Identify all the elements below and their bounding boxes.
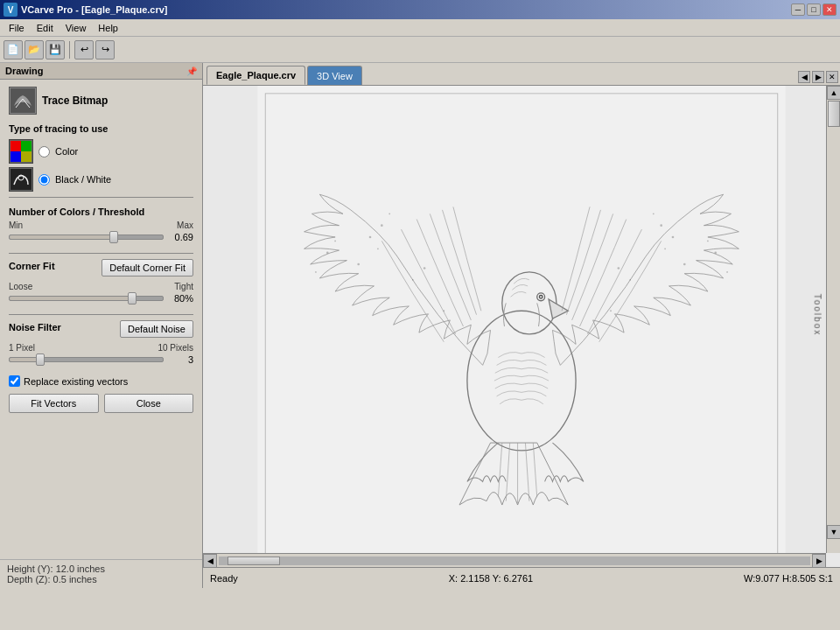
status-bar: Ready X: 2.1158 Y: 6.2761 W:9.077 H:8.50… xyxy=(203,567,840,588)
toolbar-redo[interactable]: ↪ xyxy=(95,40,115,60)
canvas-area[interactable]: ▲ ▼ ◀ ▶ xyxy=(203,86,840,567)
vertical-scrollbar[interactable]: ▲ ▼ xyxy=(826,86,840,553)
app-icon: V xyxy=(4,3,18,17)
toolbar: 📄 📂 💾 ↩ ↪ xyxy=(0,37,840,63)
svg-point-34 xyxy=(726,271,728,273)
scroll-down-button[interactable]: ▼ xyxy=(827,525,840,539)
menu-help[interactable]: Help xyxy=(93,21,123,35)
menu-file[interactable]: File xyxy=(4,21,30,35)
replace-vectors-row: Replace existing vectors xyxy=(9,375,193,387)
svg-point-23 xyxy=(629,279,631,281)
default-noise-button[interactable]: Default Noise xyxy=(120,320,193,338)
corner-fit-slider-row: 80% xyxy=(9,293,193,304)
vertical-scroll-thumb[interactable] xyxy=(828,101,840,127)
threshold-label: Number of Colors / Threshold xyxy=(9,206,193,217)
svg-point-26 xyxy=(610,310,612,312)
threshold-min-label: Min xyxy=(9,220,23,230)
panel-title: Drawing xyxy=(5,66,43,76)
bw-icon xyxy=(9,167,33,192)
svg-point-22 xyxy=(424,267,426,270)
min-pixel-label: 1 Pixel xyxy=(9,343,35,353)
tab-3d-view[interactable]: 3D View xyxy=(307,66,362,85)
horizontal-scroll-thumb[interactable] xyxy=(228,556,280,565)
scroll-up-button[interactable]: ▲ xyxy=(827,86,840,100)
max-pixel-label: 10 Pixels xyxy=(158,343,193,353)
svg-rect-5 xyxy=(10,169,32,190)
type-label: Type of tracing to use xyxy=(9,123,193,134)
trace-section-title: Trace Bitmap xyxy=(42,94,108,107)
svg-point-29 xyxy=(334,241,336,242)
window-title: VCarve Pro - [Eagle_Plaque.crv] xyxy=(21,4,168,15)
title-bar-buttons: ─ □ ✕ xyxy=(791,4,836,16)
close-window-button[interactable]: ✕ xyxy=(822,4,836,16)
horizontal-scrollbar[interactable]: ◀ ▶ xyxy=(203,553,826,567)
svg-point-25 xyxy=(443,310,444,312)
right-area: Eagle_Plaque.crv 3D View ◀ ▶ ✕ xyxy=(203,63,840,588)
dimensions: W:9.077 H:8.505 S:1 xyxy=(744,573,833,584)
tab-next-button[interactable]: ▶ xyxy=(812,71,824,83)
svg-rect-4 xyxy=(21,151,32,162)
menu-edit[interactable]: Edit xyxy=(32,21,59,35)
color-icon xyxy=(9,139,33,164)
menu-view[interactable]: View xyxy=(60,21,92,35)
main-layout: Drawing 📌 Trace Bitmap Type of tracing t… xyxy=(0,63,840,588)
corner-fit-label: Corner Fit xyxy=(9,261,55,271)
noise-filter-track xyxy=(9,357,164,362)
scroll-left-button[interactable]: ◀ xyxy=(203,554,217,568)
svg-rect-1 xyxy=(10,141,21,151)
tab-bar: Eagle_Plaque.crv 3D View ◀ ▶ ✕ xyxy=(203,63,840,86)
svg-point-32 xyxy=(714,251,717,254)
minimize-button[interactable]: ─ xyxy=(791,4,805,16)
replace-vectors-checkbox[interactable] xyxy=(9,375,20,387)
toolbox-label: Toolbox xyxy=(812,294,822,336)
replace-vectors-label[interactable]: Replace existing vectors xyxy=(24,376,128,387)
threshold-slider-row: 0.69 xyxy=(9,232,193,242)
threshold-section: Number of Colors / Threshold Min Max 0.6… xyxy=(9,206,193,242)
loose-label: Loose xyxy=(9,282,32,291)
default-corner-fit-button[interactable]: Default Corner Fit xyxy=(102,259,193,276)
fit-vectors-button[interactable]: Fit Vectors xyxy=(9,394,99,413)
bottom-info: Height (Y): 12.0 inches Depth (Z): 0.5 i… xyxy=(0,559,202,588)
panel-content: Trace Bitmap Type of tracing to use Colo… xyxy=(0,80,202,559)
svg-rect-2 xyxy=(21,141,32,151)
tab-close-button[interactable]: ✕ xyxy=(826,71,838,83)
tab-prev-button[interactable]: ◀ xyxy=(798,71,810,83)
left-panel: Drawing 📌 Trace Bitmap Type of tracing t… xyxy=(0,63,203,588)
toolbar-new[interactable]: 📄 xyxy=(4,40,23,60)
svg-point-24 xyxy=(618,267,620,270)
trace-icon xyxy=(9,87,37,115)
svg-point-13 xyxy=(381,224,383,227)
title-bar: V VCarve Pro - [Eagle_Plaque.crv] ─ □ ✕ xyxy=(0,0,840,19)
coordinates: X: 2.1158 Y: 6.2761 xyxy=(449,573,533,584)
svg-point-27 xyxy=(357,263,360,266)
panel-pin[interactable]: 📌 xyxy=(186,66,197,76)
toolbar-open[interactable]: 📂 xyxy=(24,40,44,60)
toolbar-save[interactable]: 💾 xyxy=(46,40,65,60)
color-option-row: Color xyxy=(9,139,193,164)
svg-point-18 xyxy=(653,213,654,214)
tab-file[interactable]: Eagle_Plaque.crv xyxy=(206,66,305,85)
corner-fit-section: Corner Fit Default Corner Fit Loose Tigh… xyxy=(9,259,193,304)
bw-radio-label[interactable]: Black / White xyxy=(55,174,111,185)
corner-fit-value: 80% xyxy=(167,293,193,304)
svg-rect-3 xyxy=(10,151,21,162)
threshold-value: 0.69 xyxy=(167,232,193,242)
panel-header: Drawing 📌 xyxy=(0,63,202,80)
trace-section-header: Trace Bitmap xyxy=(9,87,193,115)
svg-point-31 xyxy=(326,251,329,254)
scroll-right-button[interactable]: ▶ xyxy=(812,554,826,568)
noise-filter-label: Noise Filter xyxy=(9,322,61,332)
svg-point-14 xyxy=(388,213,390,214)
color-radio[interactable] xyxy=(38,146,50,158)
svg-point-30 xyxy=(707,241,709,242)
color-radio-label[interactable]: Color xyxy=(55,146,78,157)
maximize-button[interactable]: □ xyxy=(807,4,821,16)
bw-radio[interactable] xyxy=(38,174,50,186)
status-text: Ready xyxy=(210,573,238,584)
svg-point-16 xyxy=(377,248,379,249)
eagle-drawing xyxy=(203,86,840,567)
noise-filter-slider-row: 3 xyxy=(9,354,193,365)
menu-bar: File Edit View Help xyxy=(0,19,840,37)
toolbar-undo[interactable]: ↩ xyxy=(74,40,94,60)
close-button[interactable]: Close xyxy=(104,394,194,413)
